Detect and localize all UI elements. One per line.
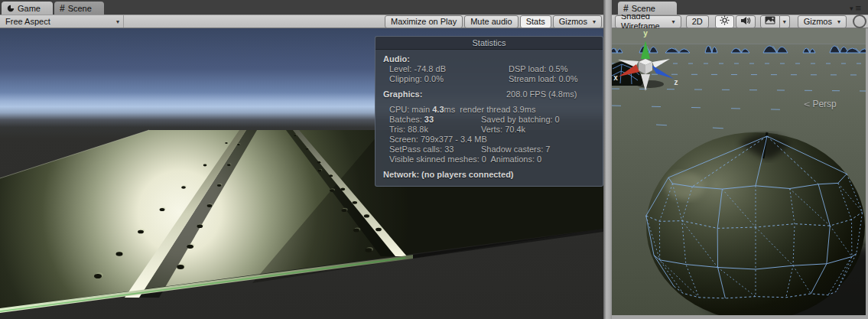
search-icon[interactable] <box>853 15 866 28</box>
game-view-icon <box>7 5 15 12</box>
stats-row: Level: -74.8 dB DSP load: 0.5% <box>389 64 595 74</box>
effects-toggle-button[interactable] <box>760 15 780 28</box>
stats-row: Tris: 88.8k Verts: 70.4k <box>389 125 595 135</box>
statistics-body: Audio: Level: -74.8 dB DSP load: 0.5% Cl… <box>375 50 603 186</box>
button-label: 2D <box>692 17 703 27</box>
axis-z-label: z <box>675 78 678 86</box>
axis-y-cone <box>641 41 650 59</box>
perspective-toggle[interactable]: < Persp <box>805 99 837 109</box>
unity-editor-window: Game # Scene Free Aspect ▾ Maximize on P… <box>0 0 868 319</box>
shadow-casters: Shadow casters: 7 <box>481 145 551 155</box>
verts: Verts: 70.4k <box>481 125 525 135</box>
axis-y-label: y <box>643 29 648 37</box>
screen-row: Screen: 799x377 - 3.4 MB <box>389 135 595 145</box>
axis-gizmo[interactable]: y x z <box>612 28 679 93</box>
lighting-toggle-button[interactable] <box>715 15 734 28</box>
panel-divider[interactable] <box>603 0 612 319</box>
aspect-label: Free Aspect <box>5 17 50 26</box>
tab-scene-left[interactable]: # Scene <box>54 2 104 15</box>
stats-row: Batches: 33 Saved by batching: 0 <box>389 115 595 125</box>
axis-x-cone <box>619 64 639 76</box>
tab-label: Game <box>18 4 41 13</box>
scene-panel: # Scene ▾ ≡ Shaded Wireframe ▾ 2D <box>612 0 868 319</box>
mute-audio-button[interactable]: Mute audio <box>464 15 518 28</box>
dsp-load: DSP load: 0.5% <box>509 64 567 74</box>
button-label: Stats <box>526 17 545 27</box>
persp-label: Persp <box>812 99 836 109</box>
effects-combo: ▾ <box>760 15 790 28</box>
stream-load: Stream load: 0.0% <box>509 74 578 84</box>
lines: ≡ <box>855 2 862 14</box>
fps-value: 208.0 FPS (4.8ms) <box>506 90 577 99</box>
game-toolbar: Free Aspect ▾ Maximize on Play Mute audi… <box>0 15 603 28</box>
stats-button[interactable]: Stats <box>520 15 551 28</box>
chevron-down-icon: ▾ <box>837 17 840 27</box>
persp-toggle-icon: < <box>804 99 810 109</box>
statistics-title: Statistics <box>375 37 603 50</box>
chevron-down-icon: ▾ <box>783 17 786 27</box>
tab-game[interactable]: Game <box>2 2 53 15</box>
button-label: Gizmos <box>804 17 832 27</box>
scene-tabbar: # Scene ▾ ≡ <box>612 0 868 15</box>
audio-heading: Audio: <box>383 54 595 64</box>
button-label: Gizmos <box>559 17 587 27</box>
statistics-overlay: Statistics Audio: Level: -74.8 dB DSP lo… <box>375 36 603 187</box>
grid-icon: # <box>623 5 629 12</box>
stats-row: SetPass calls: 33 Shadow casters: 7 <box>389 145 595 155</box>
toggle-2d-button[interactable]: 2D <box>686 15 709 28</box>
scene-viewport[interactable]: y x z < Persp <box>612 28 868 319</box>
game-tabbar: Game # Scene <box>0 0 603 15</box>
sun-icon <box>720 15 730 28</box>
audio-clipping: Clipping: 0.0% <box>389 74 509 84</box>
cpu-row: CPU: main 4.3ms render thread 3.9ms <box>389 105 595 115</box>
cpu-text: CPU: main 4.3ms render thread 3.9ms <box>389 105 535 115</box>
axis-x-label: x <box>613 73 618 82</box>
setpass-calls: SetPass calls: 33 <box>389 145 481 155</box>
maximize-on-play-button[interactable]: Maximize on Play <box>385 15 463 28</box>
chevron-down-icon: ▾ <box>672 17 675 27</box>
aspect-dropdown[interactable]: Free Aspect ▾ <box>2 15 124 28</box>
button-label: Mute audio <box>470 17 512 27</box>
game-panel: Game # Scene Free Aspect ▾ Maximize on P… <box>0 0 603 319</box>
tab-scene[interactable]: # Scene <box>618 2 677 15</box>
batches: Batches: 33 <box>389 115 481 125</box>
skinned-row: Visible skinned meshes: 0 Animations: 0 <box>389 155 595 164</box>
button-label: Maximize on Play <box>391 17 457 27</box>
chevron-down-icon: ▾ <box>593 17 596 27</box>
draw-mode-dropdown[interactable]: Shaded Wireframe ▾ <box>615 15 681 28</box>
tris: Tris: 88.8k <box>389 125 481 135</box>
saved-by-batching: Saved by batching: 0 <box>481 115 560 125</box>
caret: ▾ <box>850 5 854 12</box>
game-viewport[interactable]: Statistics Audio: Level: -74.8 dB DSP lo… <box>0 28 603 319</box>
scene-gizmos-dropdown[interactable]: Gizmos ▾ <box>798 15 847 28</box>
tab-label: Scene <box>68 4 92 13</box>
grid-icon: # <box>60 5 65 12</box>
stats-row: Graphics: 208.0 FPS (4.8ms) <box>383 90 595 99</box>
audio-level: Level: -74.8 dB <box>389 64 509 74</box>
gizmos-button[interactable]: Gizmos ▾ <box>553 15 602 28</box>
stats-row: Clipping: 0.0% Stream load: 0.0% <box>389 74 595 84</box>
chevron-down-icon: ▾ <box>116 18 119 25</box>
audio-toggle-button[interactable] <box>736 15 756 28</box>
network-heading: Network: (no players connected) <box>383 170 595 180</box>
scene-toolbar: Shaded Wireframe ▾ 2D <box>612 15 868 28</box>
axis-z-cone <box>652 65 674 79</box>
speaker-icon <box>740 16 751 28</box>
effects-dropdown[interactable]: ▾ <box>780 15 790 28</box>
image-icon <box>765 16 775 27</box>
window-menu-icon[interactable]: ▾ ≡ <box>850 2 862 14</box>
graphics-heading: Graphics: <box>383 90 506 99</box>
tab-label: Scene <box>632 4 655 13</box>
